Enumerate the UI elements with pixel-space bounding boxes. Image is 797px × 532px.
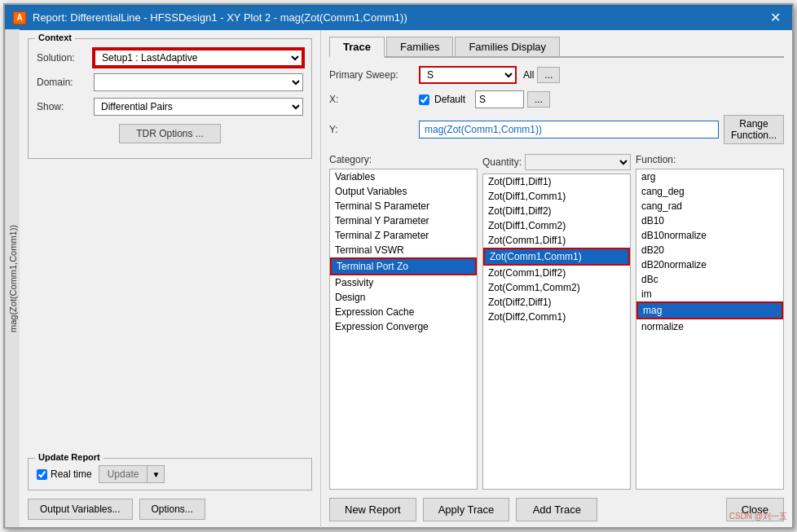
realtime-checkbox[interactable] (37, 469, 47, 480)
left-panel: Context Solution: Setup1 : LastAdaptiveS… (20, 30, 321, 528)
list-item[interactable]: dB20 (636, 243, 783, 257)
function-col: Function: arg cang_deg cang_rad dB10 dB1… (636, 154, 784, 490)
list-item[interactable]: Zot(Diff1,Diff2) (483, 204, 630, 218)
watermark: CSDN @刘一五 (729, 511, 787, 522)
x-default-checkbox[interactable] (419, 95, 429, 105)
realtime-label: Real time (51, 468, 92, 480)
list-item[interactable]: Zot(Comm1,Diff2) (483, 266, 630, 280)
x-row: X: Default ... (329, 90, 784, 108)
list-item[interactable]: dBc (636, 272, 783, 287)
list-item[interactable]: Terminal Y Parameter (330, 213, 477, 228)
category-label: Category: (329, 154, 372, 165)
primary-sweep-select[interactable]: SFreqTime (419, 66, 517, 84)
show-row: Show: Differential PairsAllTerminal (37, 98, 303, 116)
solution-row: Solution: Setup1 : LastAdaptiveSetup1 : … (37, 49, 303, 67)
dialog-title: Report: DifferentialLine - HFSSDesign1 -… (33, 11, 407, 24)
new-report-button[interactable]: New Report (329, 498, 416, 521)
list-item[interactable]: cang_rad (636, 199, 783, 213)
solution-label: Solution: (37, 52, 94, 64)
tab-families-display[interactable]: Families Display (455, 37, 560, 56)
tab-trace[interactable]: Trace (329, 37, 385, 58)
x-default-label: Default (434, 94, 465, 105)
domain-label: Domain: (37, 77, 94, 88)
list-item[interactable]: Zot(Comm1,Comm2) (483, 280, 630, 295)
list-item[interactable]: Zot(Diff1,Diff1) (483, 174, 630, 189)
list-item[interactable]: normalize (636, 319, 783, 334)
list-item[interactable]: Zot(Diff1,Comm2) (483, 218, 630, 233)
add-trace-button[interactable]: Add Trace (516, 498, 597, 521)
app-icon: A (13, 11, 26, 24)
category-header: Category: (329, 154, 478, 165)
list-item[interactable]: Expression Converge (330, 319, 477, 334)
list-item[interactable]: Terminal VSWR (330, 243, 477, 257)
right-panel: Trace Families Families Display Primary … (321, 30, 792, 528)
primary-sweep-ellipsis-button[interactable]: ... (537, 67, 560, 83)
list-item[interactable]: dB10normalize (636, 228, 783, 243)
category-terminal-port-zo[interactable]: Terminal Port Zo (330, 257, 477, 275)
list-item[interactable]: Variables (330, 169, 477, 184)
list-item[interactable]: Design (330, 290, 477, 305)
list-item[interactable]: Passivity (330, 275, 477, 290)
apply-trace-button[interactable]: Apply Trace (423, 498, 510, 521)
quantity-label: Quantity: (482, 156, 522, 168)
list-item[interactable]: arg (636, 169, 783, 184)
update-dropdown-arrow[interactable]: ▼ (147, 465, 165, 483)
list-item[interactable]: dB10 (636, 213, 783, 228)
list-item[interactable]: Expression Cache (330, 305, 477, 319)
y-row: Y: RangeFunction... (329, 115, 784, 144)
list-item[interactable]: Zot(Diff2,Diff1) (483, 295, 630, 310)
context-group: Context Solution: Setup1 : LastAdaptiveS… (28, 38, 312, 159)
options-button[interactable]: Options... (139, 499, 205, 520)
bottom-left-buttons: Output Variables... Options... (28, 499, 312, 520)
dialog-body: mag(Zot(Comm1,Comm1)) Context Solution: … (20, 30, 792, 528)
function-listbox[interactable]: arg cang_deg cang_rad dB10 dB10normalize… (636, 169, 784, 490)
x-value-input[interactable] (475, 90, 524, 108)
y-label: Y: (329, 124, 419, 135)
primary-sweep-row: Primary Sweep: SFreqTime All ... (329, 66, 784, 84)
list-item[interactable]: Zot(Diff2,Comm1) (483, 310, 630, 324)
tab-families[interactable]: Families (386, 37, 453, 56)
list-item[interactable]: Zot(Diff1,Comm1) (483, 189, 630, 204)
primary-sweep-label: Primary Sweep: (329, 69, 419, 81)
list-item[interactable]: Output Variables (330, 184, 477, 199)
primary-sweep-all-text: All (523, 69, 534, 81)
list-item[interactable]: Terminal Z Parameter (330, 228, 477, 243)
show-select[interactable]: Differential PairsAllTerminal (94, 98, 303, 116)
window-close-button[interactable]: ✕ (767, 10, 784, 25)
quantity-filter-select[interactable] (525, 154, 631, 170)
list-item[interactable]: im (636, 287, 783, 301)
category-listbox[interactable]: Variables Output Variables Terminal S Pa… (329, 169, 478, 490)
list-item[interactable]: Zot(Comm1,Diff1) (483, 233, 630, 248)
quantity-col: Quantity: Zot(Diff1,Diff1) Zot(Diff1,Com… (482, 154, 631, 490)
function-label: Function: (636, 154, 676, 165)
lists-area: Category: Variables Output Variables Ter… (329, 154, 784, 490)
domain-select[interactable] (94, 73, 303, 91)
quantity-comm1-comm1[interactable]: Zot(Comm1,Comm1) (483, 248, 630, 266)
main-dialog: A Report: DifferentialLine - HFSSDesign1… (3, 3, 794, 529)
x-label: X: (329, 94, 419, 105)
list-item[interactable]: Terminal S Parameter (330, 199, 477, 213)
bottom-right-buttons: New Report Apply Trace Add Trace Close (329, 498, 784, 521)
update-split-button: Update ▼ (99, 465, 165, 483)
x-ellipsis-button[interactable]: ... (527, 91, 550, 108)
realtime-checkbox-label[interactable]: Real time (37, 468, 92, 480)
list-item[interactable]: cang_deg (636, 184, 783, 199)
solution-select[interactable]: Setup1 : LastAdaptiveSetup1 : Adaptive (94, 49, 303, 67)
update-row: Real time Update ▼ (37, 465, 303, 483)
quantity-listbox[interactable]: Zot(Diff1,Diff1) Zot(Diff1,Comm1) Zot(Di… (482, 174, 631, 490)
context-group-title: Context (35, 33, 75, 42)
category-col: Category: Variables Output Variables Ter… (329, 154, 478, 490)
function-mag[interactable]: mag (636, 301, 783, 319)
y-expression-input[interactable] (419, 121, 719, 138)
quantity-header: Quantity: (482, 154, 631, 170)
tdr-options-button[interactable]: TDR Options ... (119, 124, 221, 143)
x-default-row: Default (419, 90, 524, 108)
output-variables-button[interactable]: Output Variables... (28, 499, 133, 520)
show-label: Show: (37, 101, 94, 112)
list-item[interactable]: dB20normalize (636, 257, 783, 272)
update-button[interactable]: Update (99, 465, 148, 483)
title-bar: A Report: DifferentialLine - HFSSDesign1… (5, 5, 792, 30)
update-report-group: Update Report Real time Update ▼ (28, 458, 312, 490)
range-function-button[interactable]: RangeFunction... (724, 115, 784, 144)
tabs-bar: Trace Families Families Display (329, 37, 784, 58)
